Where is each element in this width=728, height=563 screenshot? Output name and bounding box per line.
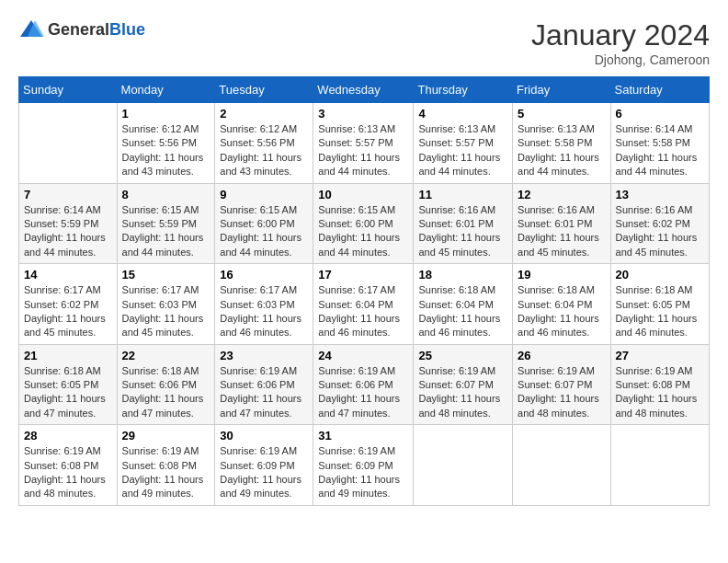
sunset: Sunset: 6:09 PM bbox=[220, 460, 294, 471]
table-row: 4 Sunrise: 6:13 AM Sunset: 5:57 PM Dayli… bbox=[414, 103, 513, 184]
table-row: 14 Sunrise: 6:17 AM Sunset: 6:02 PM Dayl… bbox=[19, 264, 118, 345]
calendar-row: 28 Sunrise: 6:19 AM Sunset: 6:08 PM Dayl… bbox=[19, 425, 710, 506]
day-number: 16 bbox=[220, 268, 308, 282]
sunrise: Sunrise: 6:13 AM bbox=[418, 123, 495, 134]
daylight: Daylight: 11 hours and 45 minutes. bbox=[24, 313, 106, 338]
day-number: 2 bbox=[220, 107, 308, 121]
day-info: Sunrise: 6:15 AM Sunset: 6:00 PM Dayligh… bbox=[220, 203, 308, 260]
sunset: Sunset: 6:08 PM bbox=[24, 460, 98, 471]
day-info: Sunrise: 6:18 AM Sunset: 6:04 PM Dayligh… bbox=[418, 283, 507, 340]
table-row: 15 Sunrise: 6:17 AM Sunset: 6:03 PM Dayl… bbox=[117, 264, 215, 345]
table-row: 19 Sunrise: 6:18 AM Sunset: 6:04 PM Dayl… bbox=[513, 264, 611, 345]
table-row: 6 Sunrise: 6:14 AM Sunset: 5:58 PM Dayli… bbox=[610, 103, 709, 184]
calendar-row: 14 Sunrise: 6:17 AM Sunset: 6:02 PM Dayl… bbox=[19, 264, 710, 345]
daylight: Daylight: 11 hours and 48 minutes. bbox=[616, 393, 698, 418]
table-row: 5 Sunrise: 6:13 AM Sunset: 5:58 PM Dayli… bbox=[513, 103, 611, 184]
sunset: Sunset: 6:06 PM bbox=[318, 379, 392, 390]
day-info: Sunrise: 6:19 AM Sunset: 6:06 PM Dayligh… bbox=[318, 364, 408, 421]
table-row: 17 Sunrise: 6:17 AM Sunset: 6:04 PM Dayl… bbox=[313, 264, 414, 345]
day-number: 22 bbox=[122, 349, 210, 362]
day-info: Sunrise: 6:17 AM Sunset: 6:03 PM Dayligh… bbox=[220, 283, 308, 340]
logo-blue: Blue bbox=[109, 20, 145, 39]
day-info: Sunrise: 6:19 AM Sunset: 6:09 PM Dayligh… bbox=[318, 444, 408, 501]
day-info: Sunrise: 6:12 AM Sunset: 5:56 PM Dayligh… bbox=[220, 122, 308, 179]
day-info: Sunrise: 6:16 AM Sunset: 6:02 PM Dayligh… bbox=[616, 203, 704, 260]
sunset: Sunset: 5:58 PM bbox=[616, 137, 690, 148]
day-number: 19 bbox=[518, 268, 606, 282]
table-row: 12 Sunrise: 6:16 AM Sunset: 6:01 PM Dayl… bbox=[513, 183, 611, 264]
sunrise: Sunrise: 6:19 AM bbox=[220, 445, 297, 456]
day-number: 6 bbox=[616, 107, 704, 121]
day-number: 17 bbox=[318, 268, 408, 282]
daylight: Daylight: 11 hours and 44 minutes. bbox=[220, 232, 301, 257]
day-info: Sunrise: 6:17 AM Sunset: 6:04 PM Dayligh… bbox=[318, 283, 408, 340]
table-row: 30 Sunrise: 6:19 AM Sunset: 6:09 PM Dayl… bbox=[215, 425, 313, 506]
sunset: Sunset: 6:00 PM bbox=[318, 218, 392, 229]
day-info: Sunrise: 6:13 AM Sunset: 5:57 PM Dayligh… bbox=[318, 122, 408, 179]
day-info: Sunrise: 6:18 AM Sunset: 6:06 PM Dayligh… bbox=[122, 364, 210, 421]
col-friday: Friday bbox=[513, 77, 611, 103]
day-number: 7 bbox=[24, 188, 112, 201]
sunset: Sunset: 6:05 PM bbox=[24, 379, 98, 390]
day-number: 18 bbox=[418, 268, 507, 282]
sunset: Sunset: 5:58 PM bbox=[518, 137, 592, 148]
table-row: 24 Sunrise: 6:19 AM Sunset: 6:06 PM Dayl… bbox=[313, 344, 414, 425]
daylight: Daylight: 11 hours and 45 minutes. bbox=[616, 232, 698, 257]
day-info: Sunrise: 6:15 AM Sunset: 5:59 PM Dayligh… bbox=[122, 203, 210, 260]
sunrise: Sunrise: 6:18 AM bbox=[122, 365, 199, 376]
sunrise: Sunrise: 6:16 AM bbox=[518, 204, 595, 215]
sunrise: Sunrise: 6:14 AM bbox=[24, 204, 101, 215]
calendar-row: 21 Sunrise: 6:18 AM Sunset: 6:05 PM Dayl… bbox=[19, 344, 710, 425]
table-row: 8 Sunrise: 6:15 AM Sunset: 5:59 PM Dayli… bbox=[117, 183, 215, 264]
sunrise: Sunrise: 6:19 AM bbox=[318, 365, 395, 376]
day-number: 15 bbox=[122, 268, 210, 282]
sunset: Sunset: 6:01 PM bbox=[518, 218, 592, 229]
title-block: January 2024 Djohong, Cameroon bbox=[531, 18, 710, 67]
day-number: 26 bbox=[518, 349, 606, 362]
table-row: 13 Sunrise: 6:16 AM Sunset: 6:02 PM Dayl… bbox=[610, 183, 709, 264]
sunset: Sunset: 6:04 PM bbox=[518, 299, 592, 310]
day-number: 21 bbox=[24, 349, 112, 362]
day-number: 3 bbox=[318, 107, 408, 121]
day-number: 24 bbox=[318, 349, 408, 362]
daylight: Daylight: 11 hours and 43 minutes. bbox=[122, 152, 204, 177]
day-number: 31 bbox=[318, 429, 408, 442]
table-row bbox=[610, 425, 709, 506]
sunset: Sunset: 6:01 PM bbox=[418, 218, 493, 229]
sunset: Sunset: 5:56 PM bbox=[122, 137, 197, 148]
day-number: 29 bbox=[122, 429, 210, 442]
sunrise: Sunrise: 6:18 AM bbox=[418, 284, 495, 295]
sunrise: Sunrise: 6:15 AM bbox=[220, 204, 297, 215]
day-info: Sunrise: 6:18 AM Sunset: 6:05 PM Dayligh… bbox=[24, 364, 112, 421]
sunrise: Sunrise: 6:15 AM bbox=[122, 204, 199, 215]
calendar-row: 1 Sunrise: 6:12 AM Sunset: 5:56 PM Dayli… bbox=[19, 103, 710, 184]
day-number: 20 bbox=[616, 268, 704, 282]
sunrise: Sunrise: 6:13 AM bbox=[518, 123, 595, 134]
table-row: 25 Sunrise: 6:19 AM Sunset: 6:07 PM Dayl… bbox=[414, 344, 513, 425]
day-info: Sunrise: 6:17 AM Sunset: 6:02 PM Dayligh… bbox=[24, 283, 112, 340]
day-number: 8 bbox=[122, 188, 210, 201]
daylight: Daylight: 11 hours and 46 minutes. bbox=[418, 313, 500, 338]
daylight: Daylight: 11 hours and 44 minutes. bbox=[318, 232, 400, 257]
daylight: Daylight: 11 hours and 45 minutes. bbox=[518, 232, 599, 257]
day-info: Sunrise: 6:12 AM Sunset: 5:56 PM Dayligh… bbox=[122, 122, 210, 179]
table-row: 28 Sunrise: 6:19 AM Sunset: 6:08 PM Dayl… bbox=[19, 425, 118, 506]
sunrise: Sunrise: 6:19 AM bbox=[24, 445, 101, 456]
col-wednesday: Wednesday bbox=[313, 77, 414, 103]
sunset: Sunset: 6:02 PM bbox=[24, 299, 98, 310]
col-thursday: Thursday bbox=[414, 77, 513, 103]
sunrise: Sunrise: 6:17 AM bbox=[220, 284, 297, 295]
sunset: Sunset: 6:04 PM bbox=[418, 299, 493, 310]
day-info: Sunrise: 6:19 AM Sunset: 6:06 PM Dayligh… bbox=[220, 364, 308, 421]
logo: GeneralBlue bbox=[18, 18, 145, 40]
sunrise: Sunrise: 6:17 AM bbox=[24, 284, 101, 295]
calendar-table: Sunday Monday Tuesday Wednesday Thursday… bbox=[18, 76, 710, 506]
sunrise: Sunrise: 6:19 AM bbox=[318, 445, 395, 456]
daylight: Daylight: 11 hours and 49 minutes. bbox=[220, 474, 301, 499]
day-info: Sunrise: 6:19 AM Sunset: 6:08 PM Dayligh… bbox=[122, 444, 210, 501]
day-info: Sunrise: 6:17 AM Sunset: 6:03 PM Dayligh… bbox=[122, 283, 210, 340]
day-info: Sunrise: 6:14 AM Sunset: 5:58 PM Dayligh… bbox=[616, 122, 704, 179]
sunrise: Sunrise: 6:18 AM bbox=[616, 284, 693, 295]
sunset: Sunset: 6:05 PM bbox=[616, 299, 690, 310]
sunrise: Sunrise: 6:17 AM bbox=[318, 284, 395, 295]
